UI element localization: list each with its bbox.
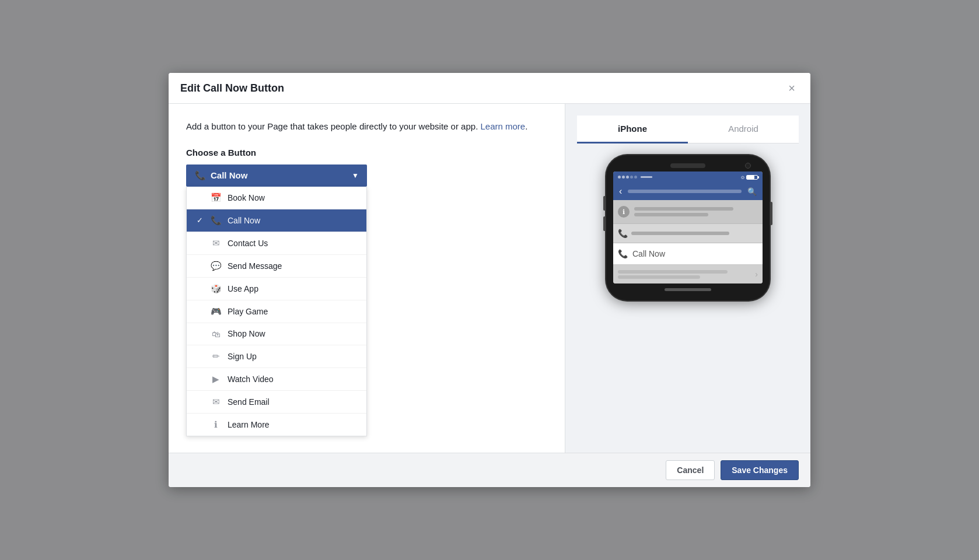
send-message-label: Send Message [228, 261, 282, 271]
selected-option-label: Call Now [211, 170, 247, 180]
phone-bottom-area: › [613, 265, 763, 284]
book-now-label: Book Now [228, 193, 265, 202]
modal-footer: Cancel Save Changes [169, 453, 810, 487]
sign-up-label: Sign Up [228, 352, 257, 361]
phone-profile-area: ℹ [613, 200, 763, 224]
call-now-phone-icon: 📞 [618, 249, 628, 258]
phone-nav-bar: ‹ 🔍 [613, 183, 763, 200]
phone-screen: ⌾ ‹ 🔍 [613, 172, 763, 284]
bottom-line-1 [618, 270, 728, 274]
close-button[interactable]: × [785, 81, 799, 95]
cta-line [631, 232, 729, 235]
play-game-label: Play Game [228, 307, 268, 316]
search-icon: 🔍 [747, 187, 757, 196]
modal-title: Edit Call Now Button [180, 82, 284, 94]
shop-now-icon: 🛍 [210, 329, 222, 339]
cancel-button[interactable]: Cancel [666, 460, 715, 480]
send-message-icon: 💬 [210, 261, 222, 271]
dropdown-item-book-now[interactable]: 📅 Book Now [187, 187, 366, 209]
sign-up-icon: ✏ [210, 351, 222, 362]
dropdown-item-learn-more[interactable]: ℹ Learn More [187, 414, 366, 436]
dropdown-item-play-game[interactable]: 🎮 Play Game [187, 300, 366, 323]
choose-button-label: Choose a Button [186, 148, 547, 158]
dropdown-item-shop-now[interactable]: 🛍 Shop Now [187, 323, 366, 345]
dropdown-item-sign-up[interactable]: ✏ Sign Up [187, 345, 366, 368]
call-now-selected-icon: 📞 [194, 170, 206, 181]
tab-iphone[interactable]: iPhone [577, 116, 688, 144]
cta-phone-icon: 📞 [618, 229, 628, 238]
phone-outer: ⌾ ‹ 🔍 [606, 155, 770, 300]
book-now-icon: 📅 [210, 192, 222, 203]
home-indicator [665, 288, 711, 291]
call-now-icon: 📞 [210, 215, 222, 226]
learn-more-item-label: Learn More [228, 420, 270, 429]
phone-call-now-button: 📞 Call Now [613, 243, 763, 265]
profile-line-2 [634, 213, 708, 216]
dropdown-arrow-icon: ▼ [352, 172, 359, 180]
learn-more-item-icon: ℹ [210, 419, 222, 430]
send-email-icon: ✉ [210, 397, 222, 407]
bottom-line-2 [618, 275, 700, 279]
phone-preview: ⌾ ‹ 🔍 [606, 155, 770, 300]
dropdown-item-call-now[interactable]: ✓ 📞 Call Now [187, 209, 366, 232]
phone-cta-row: 📞 [613, 224, 763, 243]
description-text: Add a button to your Page that takes peo… [186, 120, 547, 134]
modal-overlay: Edit Call Now Button × Add a button to y… [0, 0, 979, 560]
save-changes-button[interactable]: Save Changes [721, 460, 799, 480]
phone-status-bar: ⌾ [613, 172, 763, 183]
modal-header: Edit Call Now Button × [169, 73, 810, 104]
chevron-right-icon: › [755, 270, 758, 279]
profile-line-1 [634, 207, 733, 211]
profile-icon: ℹ [618, 206, 630, 218]
learn-more-link[interactable]: Learn more [480, 121, 525, 131]
device-tabs: iPhone Android [577, 116, 799, 144]
contact-us-icon: ✉ [210, 238, 222, 249]
phone-top-bar [613, 163, 763, 168]
back-icon: ‹ [619, 186, 622, 197]
side-button [770, 202, 772, 225]
play-game-icon: 🎮 [210, 306, 222, 317]
tab-android[interactable]: Android [688, 116, 799, 144]
watch-video-label: Watch Video [228, 374, 274, 384]
status-right: ⌾ [741, 174, 758, 180]
dropdown-item-use-app[interactable]: 🎲 Use App [187, 278, 366, 300]
dropdown-item-send-email[interactable]: ✉ Send Email [187, 391, 366, 414]
use-app-label: Use App [228, 284, 258, 293]
volume-button-1 [603, 196, 606, 211]
phone-camera [745, 163, 751, 169]
use-app-icon: 🎲 [210, 284, 222, 294]
phone-speaker [670, 163, 705, 168]
dropdown-item-send-message[interactable]: 💬 Send Message [187, 255, 366, 278]
right-panel: iPhone Android [565, 104, 810, 453]
left-panel: Add a button to your Page that takes peo… [169, 104, 565, 453]
battery-icon [746, 175, 758, 180]
dropdown-menu: 📅 Book Now ✓ 📞 Call Now ✉ Contact Us [186, 187, 367, 436]
shop-now-label: Shop Now [228, 329, 265, 338]
watch-video-icon: ▶ [210, 374, 222, 384]
nav-title-bar [628, 190, 742, 193]
dropdown-trigger[interactable]: 📞 Call Now ▼ [186, 164, 367, 187]
call-now-label: Call Now [228, 216, 260, 225]
edit-call-now-modal: Edit Call Now Button × Add a button to y… [169, 73, 810, 487]
volume-button-2 [603, 216, 606, 231]
dropdown-item-contact-us[interactable]: ✉ Contact Us [187, 232, 366, 255]
contact-us-label: Contact Us [228, 239, 268, 248]
dropdown-item-watch-video[interactable]: ▶ Watch Video [187, 368, 366, 391]
call-now-preview-text: Call Now [632, 249, 665, 258]
signal-dots [618, 176, 652, 178]
send-email-label: Send Email [228, 397, 270, 407]
wifi-icon: ⌾ [741, 174, 744, 180]
modal-body: Add a button to your Page that takes peo… [169, 104, 810, 453]
